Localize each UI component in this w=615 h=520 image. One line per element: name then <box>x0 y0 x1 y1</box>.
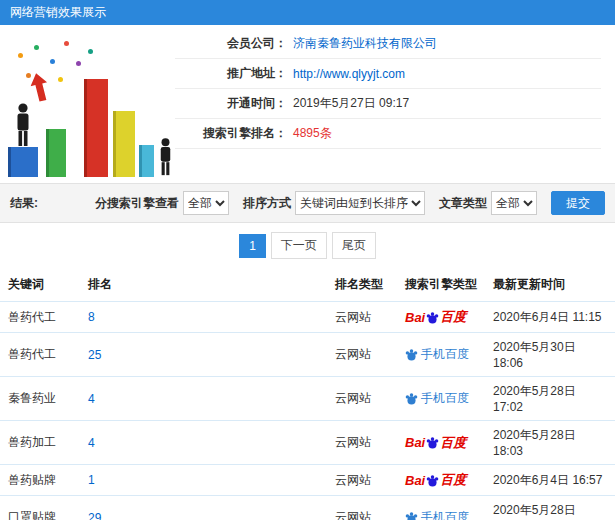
cell-rank-type: 云网站 <box>327 421 397 465</box>
marketing-chart-illustration <box>0 25 175 183</box>
table-row: 兽药代工 8 云网站 Bai百度 2020年6月4日 11:15 <box>0 302 615 333</box>
baidu-paw-icon <box>426 311 439 324</box>
green-bar-shape <box>46 129 66 177</box>
col-header-update-time: 最新更新时间 <box>485 268 615 302</box>
person-figure-left <box>12 103 34 147</box>
member-company-link[interactable]: 济南秦鲁药业科技有限公司 <box>293 35 437 52</box>
rank-link[interactable]: 1 <box>88 473 95 487</box>
page-title: 网络营销效果展示 <box>10 5 106 19</box>
baidu-paw-icon <box>426 474 439 487</box>
col-header-keyword: 关键词 <box>0 268 80 302</box>
blue-cube-shape <box>8 147 38 177</box>
cell-time: 2020年5月28日 16:55 <box>485 496 615 520</box>
baidu-pc-logo: Bai百度 <box>405 471 466 489</box>
page-1-button[interactable]: 1 <box>239 234 266 258</box>
cell-rank-type: 云网站 <box>327 302 397 333</box>
open-time-label: 开通时间： <box>175 95 287 112</box>
baidu-paw-icon <box>426 436 439 449</box>
baidu-paw-icon <box>405 392 418 405</box>
member-company-label: 会员公司： <box>175 35 287 52</box>
cell-rank: 1 <box>80 465 327 496</box>
rank-link[interactable]: 29 <box>88 511 101 520</box>
red-bar-shape <box>84 79 108 177</box>
table-row: 口罩贴牌 29 云网站 手机百度 2020年5月28日 16:55 <box>0 496 615 520</box>
rank-link[interactable]: 25 <box>88 348 101 362</box>
confetti-dot <box>88 49 93 54</box>
info-row: 搜索引擎排名： 4895条 <box>175 119 601 149</box>
page: 网络营销效果展示 会员公司： 济南秦鲁药业科技有限公司 <box>0 0 615 520</box>
engine-filter-select[interactable]: 全部 <box>183 191 229 215</box>
yellow-bar-shape <box>113 111 135 177</box>
cell-rank: 29 <box>80 496 327 520</box>
confetti-dot <box>50 59 55 64</box>
cell-rank-type: 云网站 <box>327 465 397 496</box>
sort-filter-select[interactable]: 关键词由短到长排序 <box>295 191 425 215</box>
table-row: 兽药贴牌 1 云网站 Bai百度 2020年6月4日 16:57 <box>0 465 615 496</box>
cell-keyword: 秦鲁药业 <box>0 377 80 421</box>
baidu-mobile-badge: 手机百度 <box>405 509 469 520</box>
cell-keyword: 兽药加工 <box>0 421 80 465</box>
article-type-select[interactable]: 全部 <box>491 191 537 215</box>
baidu-paw-icon <box>405 511 418 520</box>
cell-rank: 25 <box>80 333 327 377</box>
cell-engine: 手机百度 <box>397 333 485 377</box>
confetti-dot <box>64 41 69 46</box>
cell-keyword: 兽药代工 <box>0 333 80 377</box>
article-type-label: 文章类型 <box>439 195 487 212</box>
confetti-dot <box>18 53 23 58</box>
engine-rank-count: 4895条 <box>293 125 332 142</box>
promo-url-link[interactable]: http://www.qlyyjt.com <box>293 67 405 81</box>
submit-button[interactable]: 提交 <box>551 191 605 215</box>
baidu-pc-logo: Bai百度 <box>405 434 466 452</box>
cell-rank-type: 云网站 <box>327 377 397 421</box>
confetti-dot <box>76 61 81 66</box>
title-bar: 网络营销效果展示 <box>0 0 615 25</box>
cell-rank-type: 云网站 <box>327 496 397 520</box>
cell-keyword: 兽药贴牌 <box>0 465 80 496</box>
cell-engine: Bai百度 <box>397 302 485 333</box>
rank-link[interactable]: 8 <box>88 310 95 324</box>
filter-controls: 分搜索引擎查看 全部 排序方式 关键词由短到长排序 文章类型 全部 提交 <box>85 191 605 215</box>
cell-rank: 8 <box>80 302 327 333</box>
summary-section: 会员公司： 济南秦鲁药业科技有限公司 推广地址： http://www.qlyy… <box>0 25 615 183</box>
info-row: 推广地址： http://www.qlyyjt.com <box>175 59 601 89</box>
cell-time: 2020年5月30日 18:06 <box>485 333 615 377</box>
teal-bar-shape <box>139 145 154 177</box>
result-label: 结果: <box>10 195 38 212</box>
col-header-rank-type: 排名类型 <box>327 268 397 302</box>
cell-rank: 4 <box>80 421 327 465</box>
table-body: 兽药代工 8 云网站 Bai百度 2020年6月4日 11:15 兽药代工 25… <box>0 302 615 520</box>
col-header-rank: 排名 <box>80 268 327 302</box>
cell-keyword: 口罩贴牌 <box>0 496 80 520</box>
table-header-row: 关键词 排名 排名类型 搜索引擎类型 最新更新时间 <box>0 268 615 302</box>
col-header-engine-type: 搜索引擎类型 <box>397 268 485 302</box>
next-page-button[interactable]: 下一页 <box>271 232 327 259</box>
pagination: 1 下一页 尾页 <box>0 223 615 268</box>
table-row: 兽药加工 4 云网站 Bai百度 2020年5月28日 18:03 <box>0 421 615 465</box>
cell-keyword: 兽药代工 <box>0 302 80 333</box>
last-page-button[interactable]: 尾页 <box>332 232 376 259</box>
cell-time: 2020年5月28日 17:02 <box>485 377 615 421</box>
cell-engine: 手机百度 <box>397 496 485 520</box>
info-row: 会员公司： 济南秦鲁药业科技有限公司 <box>175 29 601 59</box>
rank-link[interactable]: 4 <box>88 436 95 450</box>
promo-url-label: 推广地址： <box>175 65 287 82</box>
baidu-mobile-badge: 手机百度 <box>405 346 469 363</box>
filter-bar: 结果: 分搜索引擎查看 全部 排序方式 关键词由短到长排序 文章类型 全部 提交 <box>0 183 615 223</box>
baidu-pc-logo: Bai百度 <box>405 308 466 326</box>
rank-link[interactable]: 4 <box>88 392 95 406</box>
baidu-mobile-badge: 手机百度 <box>405 390 469 407</box>
cell-engine: 手机百度 <box>397 377 485 421</box>
cell-engine: Bai百度 <box>397 421 485 465</box>
sort-filter-label: 排序方式 <box>243 195 291 212</box>
cell-time: 2020年6月4日 11:15 <box>485 302 615 333</box>
engine-filter-label: 分搜索引擎查看 <box>95 195 179 212</box>
info-row: 开通时间： 2019年5月27日 09:17 <box>175 89 601 119</box>
cell-time: 2020年6月4日 16:57 <box>485 465 615 496</box>
engine-rank-label: 搜索引擎排名： <box>175 125 287 142</box>
table-row: 兽药代工 25 云网站 手机百度 2020年5月30日 18:06 <box>0 333 615 377</box>
baidu-paw-icon <box>405 348 418 361</box>
cell-rank-type: 云网站 <box>327 333 397 377</box>
person-figure-right <box>156 137 175 177</box>
open-time-value: 2019年5月27日 09:17 <box>293 95 409 112</box>
